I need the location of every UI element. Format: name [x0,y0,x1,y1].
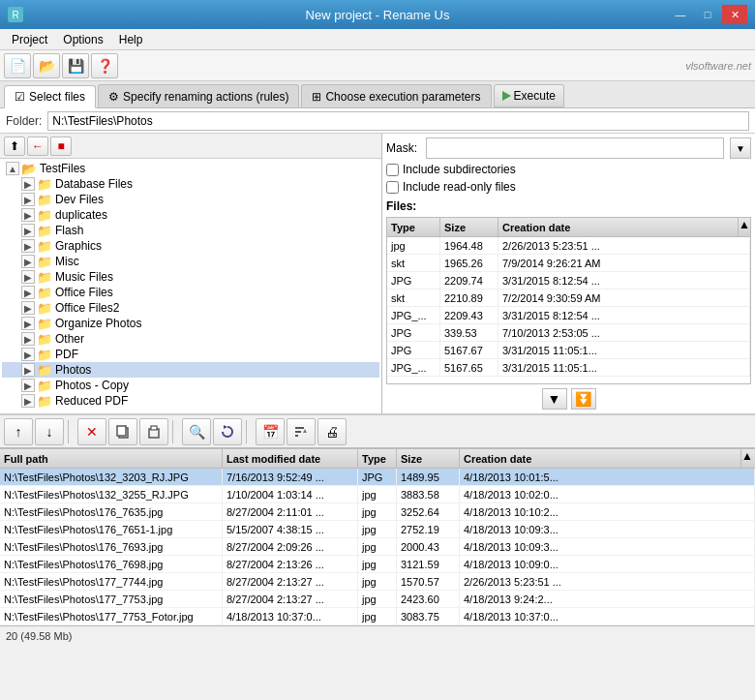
copy-action[interactable] [108,418,137,445]
expand-button[interactable]: ▶ [21,270,35,284]
tree-item[interactable]: ▶Music Files [2,269,379,285]
mask-dropdown[interactable]: ▼ [730,137,751,159]
expand-button[interactable]: ▶ [21,255,35,268]
minimize-button[interactable]: — [668,5,693,24]
tree-item[interactable]: ▶Reduced PDF [2,393,379,409]
expand-button[interactable]: ▶ [21,332,35,346]
bh-size[interactable]: Size [397,449,460,468]
expand-button[interactable]: ▶ [21,286,35,299]
tree-item[interactable]: ▶Dev Files [2,192,379,207]
tab-choose-execution[interactable]: ⊞ Choose execution parameters [301,84,491,107]
ft-type: JPG [387,324,440,341]
files-table-row[interactable]: JPG_... 2209.43 3/31/2015 8:12:54 ... [387,307,750,324]
expand-button[interactable]: ▶ [21,208,35,222]
bottom-list-row[interactable]: N:\TestFiles\Photos\132_3255_RJ.JPG 1/10… [0,486,755,503]
folder-closed-icon [37,255,52,268]
tab-select-files[interactable]: ☑ Select files [4,85,96,108]
tree-item[interactable]: ▶Flash [2,223,379,238]
tree-item-label: Flash [55,224,83,237]
bh-fullpath[interactable]: Full path [0,449,223,468]
tree-up-button[interactable]: ⬆ [4,137,25,156]
expand-button[interactable]: ▲ [6,162,19,175]
sort-action[interactable] [287,418,316,445]
include-subdirs-checkbox[interactable] [386,164,399,176]
col-type[interactable]: Type [387,218,440,236]
tree-item[interactable]: ▲TestFiles [2,161,379,176]
expand-button[interactable]: ▶ [21,348,35,361]
tree-item-label: Organize Photos [55,317,141,330]
expand-button[interactable]: ▶ [21,193,35,206]
scroll-bottom-button[interactable]: ⏬ [571,388,596,410]
tree-item[interactable]: ▶Graphics [2,238,379,254]
bh-created[interactable]: Creation date [460,449,741,468]
col-size[interactable]: Size [440,218,498,236]
delete-action[interactable]: ✕ [77,418,106,445]
tree-item[interactable]: ▶Other [2,331,379,347]
expand-button[interactable]: ▶ [21,317,35,330]
tree-item[interactable]: ▶Office Files2 [2,300,379,316]
bottom-list-row[interactable]: N:\TestFiles\Photos\176_7635.jpg 8/27/20… [0,503,755,521]
br-created: 2/26/2013 5:23:51 ... [460,573,755,590]
tree-item[interactable]: ▶Office Files [2,285,379,300]
expand-button[interactable]: ▶ [21,394,35,408]
br-modified: 5/15/2007 4:38:15 ... [223,521,358,537]
tree-item[interactable]: ▶Photos - Copy [2,378,379,393]
files-table-row[interactable]: JPG 5167.67 3/31/2015 11:05:1... [387,342,750,359]
refresh-action[interactable] [213,418,242,445]
folder-input[interactable] [47,111,749,131]
expand-button[interactable]: ▶ [21,379,35,392]
menu-help[interactable]: Help [111,31,151,48]
find-action[interactable]: 🔍 [182,418,211,445]
bottom-list-row[interactable]: N:\TestFiles\Photos\176_7651-1.jpg 5/15/… [0,521,755,538]
tree-item[interactable]: ▶PDF [2,347,379,362]
bottom-list-row[interactable]: N:\TestFiles\Photos\177_7753_Fotor.jpg 4… [0,608,755,625]
print-action[interactable]: 🖨 [317,418,347,445]
col-creation-date[interactable]: Creation date [498,218,739,236]
scroll-down-button[interactable]: ▼ [542,388,567,410]
tree-item[interactable]: ▶Organize Photos [2,316,379,331]
tree-item[interactable]: ▶Photos [2,362,379,378]
help-button[interactable]: ❓ [91,53,118,78]
bh-modified[interactable]: Last modified date [223,449,358,468]
tree-item[interactable]: ▶duplicates [2,207,379,223]
paste-action[interactable] [139,418,168,445]
calendar-action[interactable]: 📅 [256,418,285,445]
menu-project[interactable]: Project [4,31,55,48]
bh-type[interactable]: Type [358,449,397,468]
tree-item[interactable]: ▶Database Files [2,176,379,192]
files-table-row[interactable]: jpg 1964.48 2/26/2013 5:23:51 ... [387,237,750,255]
files-table-row[interactable]: skt 2210.89 7/2/2014 9:30:59 AM [387,289,750,307]
close-button[interactable]: ✕ [722,5,747,24]
new-button[interactable]: 📄 [4,53,31,78]
expand-button[interactable]: ▶ [21,177,35,191]
move-up-action[interactable]: ↑ [4,418,33,445]
move-down-action[interactable]: ↓ [35,418,64,445]
expand-button[interactable]: ▶ [21,224,35,237]
mask-input[interactable] [426,137,724,159]
menu-options[interactable]: Options [55,31,110,48]
bottom-list-row[interactable]: N:\TestFiles\Photos\132_3203_RJ.JPG 7/16… [0,469,755,486]
bottom-list-row[interactable]: N:\TestFiles\Photos\176_7698.jpg 8/27/20… [0,556,755,573]
expand-button[interactable]: ▶ [21,301,35,315]
expand-button[interactable]: ▶ [21,239,35,253]
tree-back-button[interactable]: ← [27,137,48,156]
files-table-row[interactable]: JPG 2209.74 3/31/2015 8:12:54 ... [387,272,750,289]
files-table-row[interactable]: skt 1965.26 7/9/2014 9:26:21 AM [387,255,750,272]
tree-content: ▲TestFiles▶Database Files▶Dev Files▶dupl… [0,159,381,413]
maximize-button[interactable]: □ [695,5,720,24]
tree-forward-button[interactable]: ■ [50,137,72,156]
bottom-list-row[interactable]: N:\TestFiles\Photos\177_7753.jpg 8/27/20… [0,591,755,608]
expand-button[interactable]: ▶ [21,363,35,377]
open-button[interactable]: 📂 [33,53,60,78]
include-readonly-checkbox[interactable] [386,181,399,194]
tab-specify-label: Specify renaming actions (rules) [123,90,288,104]
tree-item[interactable]: ▶Misc [2,254,379,269]
bottom-list-row[interactable]: N:\TestFiles\Photos\176_7693.jpg 8/27/20… [0,538,755,556]
save-button[interactable]: 💾 [62,53,89,78]
bottom-list-row[interactable]: N:\TestFiles\Photos\177_7744.jpg 8/27/20… [0,573,755,591]
files-table-row[interactable]: JPG 339.53 7/10/2013 2:53:05 ... [387,324,750,342]
tab-specify-actions[interactable]: ⚙ Specify renaming actions (rules) [98,84,299,107]
include-subdirs-label: Include subdirectories [403,163,516,176]
files-table-row[interactable]: JPG_... 5167.65 3/31/2015 11:05:1... [387,359,750,377]
execute-button[interactable]: Execute [494,84,564,107]
